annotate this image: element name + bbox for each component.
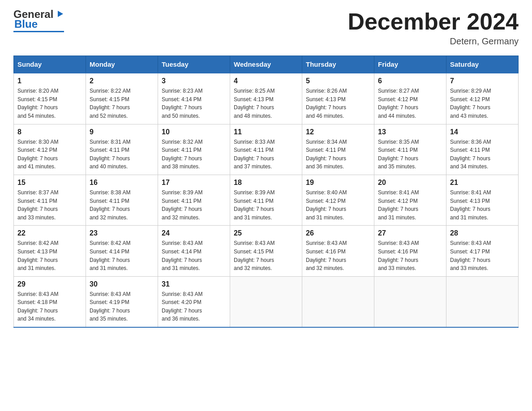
day-number: 6 [378,77,442,85]
day-info: Sunrise: 8:42 AMSunset: 4:14 PMDaylight:… [90,239,154,272]
logo-blue-text: Blue [14,19,38,30]
day-number: 30 [90,280,154,288]
table-row: 22Sunrise: 8:42 AMSunset: 4:13 PMDayligh… [14,226,86,276]
day-info: Sunrise: 8:26 AMSunset: 4:13 PMDaylight:… [306,87,370,120]
day-number: 28 [450,229,515,237]
table-row: 6Sunrise: 8:27 AMSunset: 4:12 PMDaylight… [374,73,446,124]
table-row: 5Sunrise: 8:26 AMSunset: 4:13 PMDaylight… [302,73,374,124]
table-row: 9Sunrise: 8:31 AMSunset: 4:11 PMDaylight… [86,124,158,175]
table-row: 25Sunrise: 8:43 AMSunset: 4:15 PMDayligh… [230,226,302,276]
col-wednesday: Wednesday [230,56,302,73]
day-number: 25 [234,229,298,237]
table-row: 11Sunrise: 8:33 AMSunset: 4:11 PMDayligh… [230,124,302,175]
svg-marker-0 [58,11,63,17]
day-number: 22 [17,229,82,237]
table-row: 10Sunrise: 8:32 AMSunset: 4:11 PMDayligh… [158,124,230,175]
day-info: Sunrise: 8:43 AMSunset: 4:14 PMDaylight:… [162,239,226,272]
table-row: 30Sunrise: 8:43 AMSunset: 4:19 PMDayligh… [86,276,158,327]
day-info: Sunrise: 8:34 AMSunset: 4:11 PMDaylight:… [306,138,370,171]
day-number: 12 [306,128,370,136]
calendar-row: 22Sunrise: 8:42 AMSunset: 4:13 PMDayligh… [14,226,519,276]
day-info: Sunrise: 8:32 AMSunset: 4:11 PMDaylight:… [162,138,226,171]
day-number: 3 [162,77,226,85]
day-info: Sunrise: 8:43 AMSunset: 4:15 PMDaylight:… [234,239,298,272]
table-row [230,276,302,327]
table-row: 19Sunrise: 8:40 AMSunset: 4:12 PMDayligh… [302,175,374,225]
day-number: 11 [234,128,298,136]
calendar-row: 29Sunrise: 8:43 AMSunset: 4:18 PMDayligh… [14,276,519,327]
col-saturday: Saturday [446,56,519,73]
table-row: 20Sunrise: 8:41 AMSunset: 4:12 PMDayligh… [374,175,446,225]
table-row [446,276,519,327]
day-number: 8 [17,128,82,136]
day-number: 29 [17,280,82,288]
table-row: 18Sunrise: 8:39 AMSunset: 4:11 PMDayligh… [230,175,302,225]
table-row [302,276,374,327]
day-info: Sunrise: 8:43 AMSunset: 4:17 PMDaylight:… [450,239,515,272]
day-number: 26 [306,229,370,237]
day-info: Sunrise: 8:36 AMSunset: 4:11 PMDaylight:… [450,138,515,171]
col-sunday: Sunday [14,56,86,73]
col-friday: Friday [374,56,446,73]
table-row: 12Sunrise: 8:34 AMSunset: 4:11 PMDayligh… [302,124,374,175]
day-number: 14 [450,128,515,136]
day-number: 20 [378,179,442,187]
day-number: 5 [306,77,370,85]
day-number: 16 [90,179,154,187]
table-row: 17Sunrise: 8:39 AMSunset: 4:11 PMDayligh… [158,175,230,225]
day-number: 15 [17,179,82,187]
table-row: 31Sunrise: 8:43 AMSunset: 4:20 PMDayligh… [158,276,230,327]
day-number: 31 [162,280,226,288]
day-info: Sunrise: 8:41 AMSunset: 4:12 PMDaylight:… [378,188,442,222]
table-row: 24Sunrise: 8:43 AMSunset: 4:14 PMDayligh… [158,226,230,276]
table-row: 8Sunrise: 8:30 AMSunset: 4:12 PMDaylight… [14,124,86,175]
table-row: 3Sunrise: 8:23 AMSunset: 4:14 PMDaylight… [158,73,230,124]
page-header: General Blue December 2024 Detern, Germa… [13,9,519,47]
day-number: 23 [90,229,154,237]
table-row: 27Sunrise: 8:43 AMSunset: 4:16 PMDayligh… [374,226,446,276]
day-info: Sunrise: 8:39 AMSunset: 4:11 PMDaylight:… [234,188,298,222]
table-row: 4Sunrise: 8:25 AMSunset: 4:13 PMDaylight… [230,73,302,124]
table-row: 1Sunrise: 8:20 AMSunset: 4:15 PMDaylight… [14,73,86,124]
table-row [374,276,446,327]
col-thursday: Thursday [302,56,374,73]
day-info: Sunrise: 8:39 AMSunset: 4:11 PMDaylight:… [162,188,226,222]
calendar-table: Sunday Monday Tuesday Wednesday Thursday… [13,56,519,328]
day-number: 2 [90,77,154,85]
day-number: 21 [450,179,515,187]
col-monday: Monday [86,56,158,73]
calendar-row: 1Sunrise: 8:20 AMSunset: 4:15 PMDaylight… [14,73,519,124]
day-info: Sunrise: 8:41 AMSunset: 4:13 PMDaylight:… [450,188,515,222]
table-row: 28Sunrise: 8:43 AMSunset: 4:17 PMDayligh… [446,226,519,276]
day-info: Sunrise: 8:31 AMSunset: 4:11 PMDaylight:… [90,138,154,171]
day-number: 10 [162,128,226,136]
day-info: Sunrise: 8:38 AMSunset: 4:11 PMDaylight:… [90,188,154,222]
day-info: Sunrise: 8:27 AMSunset: 4:12 PMDaylight:… [378,87,442,120]
logo-underline [13,31,64,32]
day-info: Sunrise: 8:23 AMSunset: 4:14 PMDaylight:… [162,87,226,120]
day-number: 13 [378,128,442,136]
header-row: Sunday Monday Tuesday Wednesday Thursday… [14,56,519,73]
day-number: 17 [162,179,226,187]
month-title: December 2024 [348,9,519,34]
title-area: December 2024 Detern, Germany [348,9,519,47]
logo-triangle-icon [54,9,64,19]
day-info: Sunrise: 8:43 AMSunset: 4:20 PMDaylight:… [162,290,226,323]
table-row: 2Sunrise: 8:22 AMSunset: 4:15 PMDaylight… [86,73,158,124]
table-row: 14Sunrise: 8:36 AMSunset: 4:11 PMDayligh… [446,124,519,175]
day-info: Sunrise: 8:30 AMSunset: 4:12 PMDaylight:… [17,138,82,171]
day-number: 7 [450,77,515,85]
logo: General Blue [13,9,64,32]
day-info: Sunrise: 8:37 AMSunset: 4:11 PMDaylight:… [17,188,82,222]
day-number: 4 [234,77,298,85]
table-row: 16Sunrise: 8:38 AMSunset: 4:11 PMDayligh… [86,175,158,225]
day-info: Sunrise: 8:42 AMSunset: 4:13 PMDaylight:… [17,239,82,272]
day-info: Sunrise: 8:43 AMSunset: 4:16 PMDaylight:… [378,239,442,272]
day-info: Sunrise: 8:43 AMSunset: 4:16 PMDaylight:… [306,239,370,272]
table-row: 29Sunrise: 8:43 AMSunset: 4:18 PMDayligh… [14,276,86,327]
calendar-row: 8Sunrise: 8:30 AMSunset: 4:12 PMDaylight… [14,124,519,175]
day-number: 27 [378,229,442,237]
day-number: 24 [162,229,226,237]
day-info: Sunrise: 8:20 AMSunset: 4:15 PMDaylight:… [17,87,82,120]
location: Detern, Germany [348,36,519,47]
